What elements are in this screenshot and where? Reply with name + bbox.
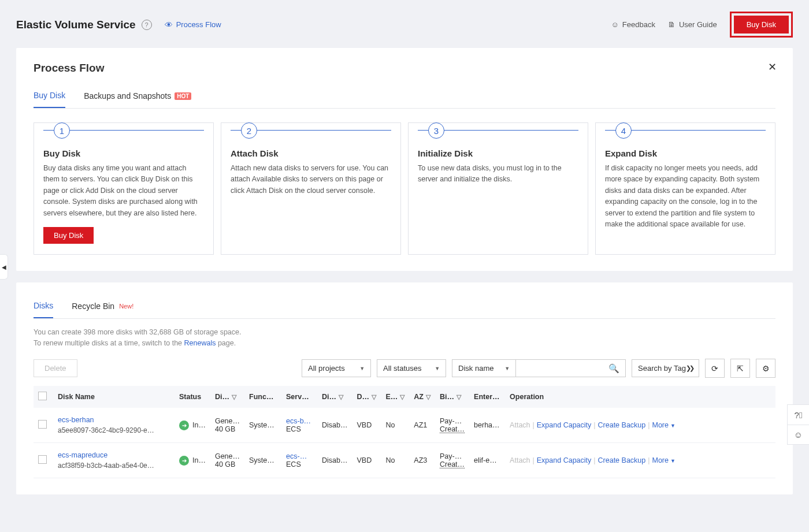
col-status[interactable]: Status xyxy=(175,386,210,408)
tab-recycle-bin[interactable]: Recycle BinNew! xyxy=(72,296,133,318)
status-text: In… xyxy=(192,456,206,464)
user-guide-link[interactable]: 🗎 User Guide xyxy=(668,20,717,29)
col-server[interactable]: Serv… xyxy=(281,386,317,408)
step-number: 1 xyxy=(54,122,70,139)
more-dropdown[interactable]: More▼ xyxy=(652,421,675,429)
buy-disk-button[interactable]: Buy Disk xyxy=(734,16,789,34)
tab-buy-disk[interactable]: Buy Disk xyxy=(34,86,65,108)
filter-icon[interactable]: ▽ xyxy=(372,393,376,401)
expand-capacity-link[interactable]: Expand Capacity xyxy=(537,456,592,464)
renew-text-b: page. xyxy=(216,339,236,347)
search-by-tag-button[interactable]: Search by Tag ❯❯ xyxy=(632,359,699,377)
step-title: Buy Disk xyxy=(43,148,204,158)
disk-name-link[interactable]: ecs-mapreduce xyxy=(58,451,170,459)
feedback-link[interactable]: ☺ Feedback xyxy=(611,20,655,29)
refresh-button[interactable]: ⟳ xyxy=(705,359,725,378)
step-desc: To use new data disks, you must log in t… xyxy=(418,163,578,185)
col-disk-name[interactable]: Disk Name xyxy=(53,386,175,408)
encrypt-status: Disab… xyxy=(322,421,347,429)
filter-icon[interactable]: ▽ xyxy=(339,393,343,401)
server-link[interactable]: ecs-b… xyxy=(286,417,313,425)
step-desc: If disk capacity no longer meets you nee… xyxy=(605,163,766,230)
row-checkbox[interactable] xyxy=(38,455,47,464)
chevron-down-icon: ▼ xyxy=(670,423,676,429)
step-desc: Buy data disks any time you want and att… xyxy=(43,163,204,219)
attach-link: Attach xyxy=(510,456,530,464)
attach-link: Attach xyxy=(510,421,530,429)
col-enterprise[interactable]: Enter… xyxy=(469,386,505,408)
row-checkbox[interactable] xyxy=(38,420,47,429)
chevron-down-icon: ▼ xyxy=(504,366,510,371)
settings-button[interactable]: ⚙ xyxy=(756,359,775,378)
disk-name-link[interactable]: ecs-berhan xyxy=(58,416,170,424)
side-help-button[interactable]: ?⃝ xyxy=(788,405,809,425)
side-feedback-button[interactable]: ☺ xyxy=(788,425,809,444)
step-1: 1 Buy Disk Buy data disks any time you w… xyxy=(34,122,214,255)
expand-capacity-link[interactable]: Expand Capacity xyxy=(537,421,592,429)
search-input[interactable] xyxy=(516,360,603,377)
step-4: 4 Expand Disk If disk capacity no longer… xyxy=(595,122,775,255)
side-float-panel: ?⃝ ☺ xyxy=(787,404,809,445)
projects-select[interactable]: All projects ▼ xyxy=(302,359,371,377)
quota-info: You can create 398 more disks with 32,68… xyxy=(34,327,775,349)
search-field-select[interactable]: Disk name ▼ xyxy=(452,360,516,377)
search-field-label: Disk name xyxy=(458,364,493,373)
delete-button[interactable]: Delete xyxy=(34,359,77,377)
col-function[interactable]: Func… xyxy=(244,386,281,408)
process-flow-title: Process Flow xyxy=(34,62,775,75)
buy-disk-highlight: Buy Disk xyxy=(730,12,793,38)
statuses-select[interactable]: All statuses ▼ xyxy=(377,359,446,377)
disk-id: acf38f59-b3cb-4aab-a5e4-0e… xyxy=(58,462,170,470)
server-type: ECS xyxy=(286,460,301,468)
select-all-checkbox[interactable] xyxy=(38,392,47,400)
col-share[interactable]: E… xyxy=(386,393,398,401)
export-icon: ⇱ xyxy=(737,364,744,373)
search-button[interactable]: 🔍 xyxy=(603,360,625,377)
disk-id: a5ee8097-36c2-4bc9-9290-e… xyxy=(58,426,170,434)
col-device[interactable]: D… xyxy=(357,393,370,401)
tab-backups-snapshots[interactable]: Backups and Snapshots HOT xyxy=(84,86,191,108)
step-title: Initialize Disk xyxy=(418,148,578,158)
feedback-label: Feedback xyxy=(622,20,655,29)
page-header: Elastic Volume Service ? 👁 Process Flow … xyxy=(16,12,793,38)
tab-disks[interactable]: Disks xyxy=(34,296,53,318)
col-az[interactable]: AZ xyxy=(414,393,424,401)
create-backup-link[interactable]: Create Backup xyxy=(598,421,646,429)
help-icon[interactable]: ? xyxy=(142,20,152,30)
renew-text-a: To renew multiple disks at a time, switc… xyxy=(34,339,184,347)
help-icon: ?⃝ xyxy=(795,410,803,420)
col-disk-type[interactable]: Di… xyxy=(215,393,229,401)
renewals-link[interactable]: Renewals xyxy=(184,339,216,347)
filter-icon[interactable]: ▽ xyxy=(457,393,461,401)
filter-icon[interactable]: ▽ xyxy=(232,393,236,401)
status-text: In… xyxy=(192,421,206,429)
disk-function: Syste… xyxy=(249,421,277,429)
close-icon[interactable]: ✕ xyxy=(768,61,777,73)
server-link[interactable]: ecs-… xyxy=(286,452,313,460)
export-button[interactable]: ⇱ xyxy=(730,359,750,378)
device-type: VBD xyxy=(352,443,381,478)
created-time-link[interactable]: Creat… xyxy=(440,460,465,468)
user-guide-label: User Guide xyxy=(679,20,717,29)
sidebar-collapse-handle[interactable]: ◀ xyxy=(0,254,8,280)
encrypt-status: Disab… xyxy=(322,456,347,464)
disk-size: 40 GB xyxy=(215,425,235,433)
more-dropdown[interactable]: More▼ xyxy=(652,456,675,464)
page-title: Elastic Volume Service xyxy=(16,18,136,31)
disk-type: Gene… xyxy=(215,417,240,425)
process-flow-link-label: Process Flow xyxy=(176,20,221,29)
status-running-icon: ➔ xyxy=(179,456,189,466)
filter-icon[interactable]: ▽ xyxy=(426,393,431,401)
step-buy-disk-button[interactable]: Buy Disk xyxy=(43,227,94,244)
created-time-link[interactable]: Creat… xyxy=(440,425,465,433)
col-encrypt[interactable]: Di… xyxy=(322,393,336,401)
filter-icon[interactable]: ▽ xyxy=(400,393,404,401)
create-backup-link[interactable]: Create Backup xyxy=(598,456,646,464)
refresh-icon: ⟳ xyxy=(711,364,718,373)
search-icon: 🔍 xyxy=(608,363,619,373)
disk-type: Gene… xyxy=(215,452,240,460)
enterprise-project: berha… xyxy=(474,421,500,429)
col-billing[interactable]: Bi… xyxy=(440,393,454,401)
process-flow-link[interactable]: 👁 Process Flow xyxy=(165,20,221,29)
smile-icon: ☺ xyxy=(611,20,619,29)
